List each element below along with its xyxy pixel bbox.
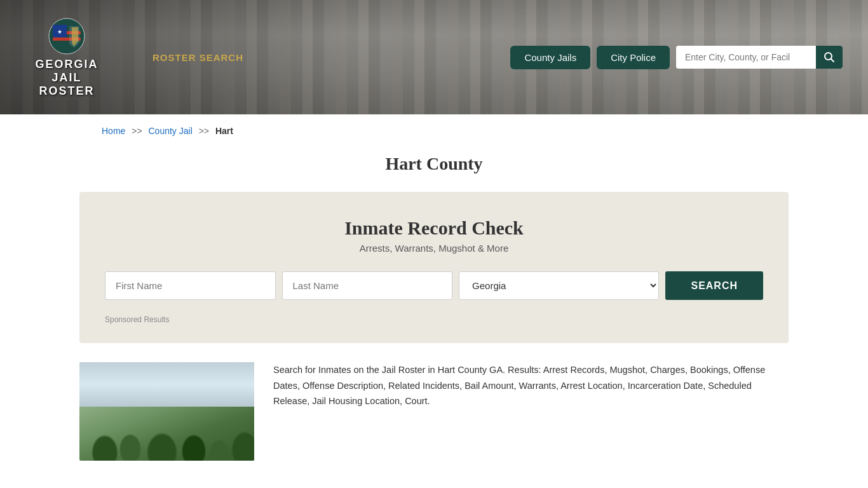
- inmate-record-section: Inmate Record Check Arrests, Warrants, M…: [79, 192, 789, 343]
- state-select[interactable]: AlabamaAlaskaArizonaArkansasCaliforniaCo…: [459, 271, 659, 300]
- county-image: [79, 362, 254, 461]
- roster-search-link[interactable]: ROSTER SEARCH: [153, 52, 243, 63]
- svg-text:★: ★: [57, 29, 62, 35]
- georgia-seal-icon: ★: [48, 17, 86, 55]
- site-logo: ★ GEORGIA JAIL ROSTER: [25, 17, 108, 98]
- header-search-button[interactable]: [816, 46, 843, 69]
- logo-georgia: GEORGIA: [35, 58, 98, 71]
- first-name-input[interactable]: [105, 271, 276, 300]
- breadcrumb-current: Hart: [215, 126, 233, 136]
- breadcrumb-sep2: >>: [199, 126, 209, 136]
- last-name-input[interactable]: [282, 271, 453, 300]
- inmate-search-button[interactable]: SEARCH: [665, 271, 763, 300]
- inmate-record-subtitle: Arrests, Warrants, Mugshot & More: [105, 243, 763, 254]
- page-title-section: Hart County: [0, 147, 868, 192]
- header-search-bar: [676, 46, 843, 69]
- inmate-search-form: AlabamaAlaskaArizonaArkansasCaliforniaCo…: [105, 271, 763, 300]
- bottom-section: Search for Inmates on the Jail Roster in…: [0, 343, 868, 480]
- county-description: Search for Inmates on the Jail Roster in…: [273, 362, 789, 409]
- logo-roster: ROSTER: [39, 85, 94, 98]
- svg-line-6: [831, 59, 834, 62]
- search-icon: [824, 51, 835, 63]
- page-title: Hart County: [0, 154, 868, 174]
- header-search-input[interactable]: [676, 46, 816, 68]
- site-header: ★ GEORGIA JAIL ROSTER ROSTER SEARCH Coun…: [0, 0, 868, 114]
- inmate-record-title: Inmate Record Check: [105, 217, 763, 239]
- breadcrumb-county-jail[interactable]: County Jail: [149, 126, 193, 136]
- breadcrumb-home[interactable]: Home: [102, 126, 125, 136]
- county-jails-button[interactable]: County Jails: [510, 46, 590, 69]
- breadcrumb: Home >> County Jail >> Hart: [0, 114, 868, 147]
- header-nav-right: County Jails City Police: [510, 46, 843, 69]
- city-police-button[interactable]: City Police: [597, 46, 670, 69]
- sponsored-results-label: Sponsored Results: [105, 315, 763, 324]
- breadcrumb-sep1: >>: [132, 126, 142, 136]
- logo-jail: JAIL: [51, 71, 81, 85]
